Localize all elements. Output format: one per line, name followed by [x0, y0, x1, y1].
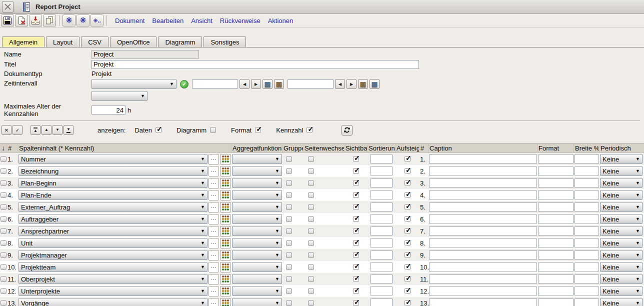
sortierung-input[interactable] — [370, 214, 392, 224]
row-select-checkbox[interactable] — [0, 228, 6, 234]
spalteninhalt-select[interactable]: Oberprojekt ▼ — [18, 274, 208, 284]
periodisch-select[interactable]: Keine ▼ — [600, 166, 642, 176]
kennzahl-grid-button[interactable] — [220, 298, 231, 306]
aggregatfunktion-select[interactable]: ▼ — [232, 298, 282, 306]
select-all-button[interactable]: ✓ — [12, 125, 22, 135]
seitenwechsel-checkbox[interactable] — [308, 300, 314, 306]
format-checkbox[interactable] — [255, 127, 261, 133]
menu-item[interactable]: Rückverweise — [220, 17, 260, 24]
sichtbar-checkbox[interactable] — [353, 168, 359, 174]
format-input[interactable] — [538, 154, 574, 164]
format-input[interactable] — [538, 286, 574, 296]
sichtbar-checkbox[interactable] — [353, 192, 359, 198]
aggregatfunktion-select[interactable]: ▼ — [232, 238, 282, 248]
spalteninhalt-select[interactable]: Unit ▼ — [18, 238, 208, 248]
breite-input[interactable] — [574, 262, 599, 272]
sortierung-input[interactable] — [370, 202, 392, 212]
next-interval-button[interactable]: ▶ — [346, 79, 356, 89]
gruppe-checkbox[interactable] — [286, 288, 292, 294]
options-button[interactable]: ••• — [208, 298, 219, 306]
sichtbar-checkbox[interactable] — [353, 180, 359, 186]
aggregatfunktion-select[interactable]: ▼ — [232, 154, 282, 164]
copy-button[interactable] — [43, 14, 56, 26]
save-button[interactable] — [1, 14, 14, 26]
zeitintervall-unit-select[interactable]: ▼ — [92, 91, 148, 101]
aufsteigend-checkbox[interactable] — [404, 216, 410, 222]
caption-input[interactable] — [429, 178, 537, 188]
periodisch-select[interactable]: Keine ▼ — [600, 202, 642, 212]
aggregatfunktion-select[interactable]: ▼ — [232, 202, 282, 212]
options-button[interactable]: ••• — [208, 274, 219, 284]
tab-diagramm[interactable]: Diagramm — [158, 36, 202, 47]
breite-input[interactable] — [574, 274, 599, 284]
sortierung-input[interactable] — [370, 178, 392, 188]
refresh-button[interactable] — [342, 125, 352, 136]
aggregatfunktion-select[interactable]: ▼ — [232, 286, 282, 296]
options-button[interactable]: ••• — [208, 286, 219, 296]
delete-button[interactable] — [15, 14, 28, 26]
kennzahl-grid-button[interactable] — [220, 238, 231, 248]
options-button[interactable]: ••• — [208, 226, 219, 236]
gruppe-checkbox[interactable] — [286, 276, 292, 282]
next-interval-button[interactable]: ▶ — [251, 79, 261, 89]
spalteninhalt-select[interactable]: Unterprojekte ▼ — [18, 286, 208, 296]
sortierung-input[interactable] — [370, 250, 392, 260]
name-input[interactable] — [92, 50, 199, 59]
recalculate-button-1[interactable]: ✳ — [62, 14, 76, 26]
gruppe-checkbox[interactable] — [286, 216, 292, 222]
aufsteigend-checkbox[interactable] — [404, 156, 410, 162]
spalteninhalt-select[interactable]: Externer_Auftrag ▼ — [18, 202, 208, 212]
sortierung-input[interactable] — [370, 262, 392, 272]
tab-openoffice[interactable]: OpenOffice — [110, 36, 157, 47]
periodisch-select[interactable]: Keine ▼ — [600, 214, 642, 224]
breite-input[interactable] — [574, 286, 599, 296]
format-input[interactable] — [538, 298, 574, 306]
row-select-checkbox[interactable] — [0, 168, 6, 174]
sichtbar-checkbox[interactable] — [353, 216, 359, 222]
kennzahl-grid-button[interactable] — [220, 226, 231, 236]
row-select-checkbox[interactable] — [0, 240, 6, 246]
format-input[interactable] — [538, 190, 574, 200]
periodisch-select[interactable]: Keine ▼ — [600, 178, 642, 188]
caption-input[interactable] — [429, 286, 537, 296]
tab-layout[interactable]: Layout — [46, 36, 80, 47]
menu-item[interactable]: Dokument — [115, 17, 144, 24]
sichtbar-checkbox[interactable] — [353, 240, 359, 246]
breite-input[interactable] — [574, 154, 599, 164]
breite-input[interactable] — [574, 226, 599, 236]
format-input[interactable] — [538, 166, 574, 176]
breite-input[interactable] — [574, 166, 599, 176]
diagramm-checkbox[interactable] — [210, 127, 216, 133]
options-button[interactable]: ••• — [208, 190, 219, 200]
periodisch-select[interactable]: Keine ▼ — [600, 250, 642, 260]
row-select-checkbox[interactable] — [0, 216, 6, 222]
menu-item[interactable]: Bearbeiten — [152, 17, 184, 24]
prev-interval-button[interactable]: ◀ — [240, 79, 250, 89]
gruppe-checkbox[interactable] — [286, 192, 292, 198]
aggregatfunktion-select[interactable]: ▼ — [232, 250, 282, 260]
aggregatfunktion-select[interactable]: ▼ — [232, 178, 282, 188]
move-bottom-button[interactable]: ▼ — [64, 125, 74, 135]
format-input[interactable] — [538, 214, 574, 224]
seitenwechsel-checkbox[interactable] — [308, 216, 314, 222]
caption-input[interactable] — [429, 166, 537, 176]
seitenwechsel-checkbox[interactable] — [308, 192, 314, 198]
caption-input[interactable] — [429, 298, 537, 306]
spalteninhalt-select[interactable]: Auftraggeber ▼ — [18, 214, 208, 224]
spalteninhalt-select[interactable]: Projektmanager ▼ — [18, 250, 208, 260]
caption-input[interactable] — [429, 250, 537, 260]
caption-input[interactable] — [429, 214, 537, 224]
sichtbar-checkbox[interactable] — [353, 252, 359, 258]
move-top-button[interactable]: ▲ — [30, 125, 40, 135]
caption-input[interactable] — [429, 262, 537, 272]
sortierung-input[interactable] — [370, 190, 392, 200]
sortierung-input[interactable] — [370, 166, 392, 176]
sichtbar-checkbox[interactable] — [353, 228, 359, 234]
calendar-button[interactable]: ▦ — [370, 79, 380, 89]
gruppe-checkbox[interactable] — [286, 156, 292, 162]
options-button[interactable]: ••• — [208, 178, 219, 188]
seitenwechsel-checkbox[interactable] — [308, 156, 314, 162]
kennzahl-grid-button[interactable] — [220, 286, 231, 296]
aufsteigend-checkbox[interactable] — [404, 288, 410, 294]
aufsteigend-checkbox[interactable] — [404, 300, 410, 306]
